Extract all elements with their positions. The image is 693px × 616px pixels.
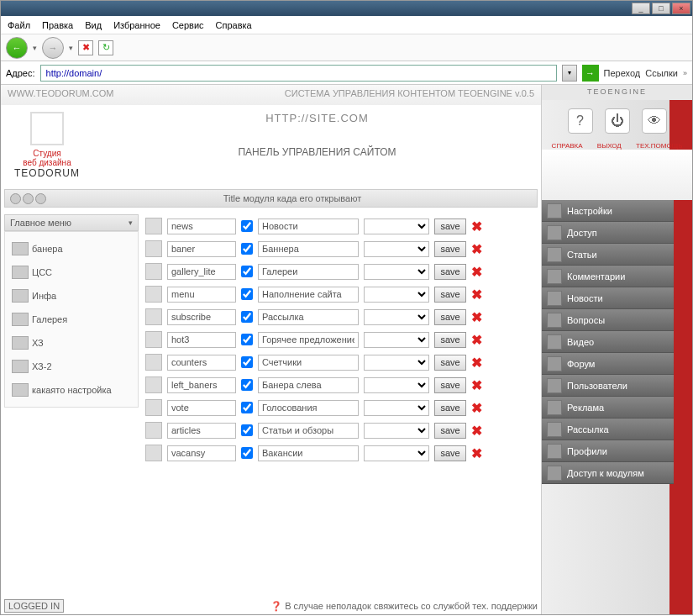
sidebar-item-6[interactable]: какаято настройка — [10, 378, 133, 402]
row-save-button[interactable]: save — [434, 377, 466, 393]
row-select[interactable] — [364, 355, 429, 371]
menu-service[interactable]: Сервис — [172, 20, 204, 30]
support-button[interactable]: 👁 — [642, 108, 667, 134]
row-label-input[interactable] — [258, 241, 359, 257]
window-maximize-button[interactable]: □ — [652, 3, 670, 14]
row-delete-icon[interactable]: ✖ — [471, 287, 482, 303]
row-select[interactable] — [364, 423, 429, 439]
sidebar-item-2[interactable]: Инфа — [10, 284, 133, 308]
row-code-input[interactable] — [167, 423, 236, 439]
row-enable-checkbox[interactable] — [241, 334, 253, 345]
row-label-input[interactable] — [258, 400, 359, 416]
panel-btn-3[interactable] — [35, 193, 46, 204]
menu-favorites[interactable]: Избранное — [113, 20, 160, 30]
row-delete-icon[interactable]: ✖ — [471, 400, 482, 416]
menu-file[interactable]: Файл — [8, 20, 30, 30]
right-menu-item-3[interactable]: Комментарии — [542, 266, 674, 287]
row-delete-icon[interactable]: ✖ — [471, 445, 482, 461]
row-delete-icon[interactable]: ✖ — [471, 423, 482, 439]
row-enable-checkbox[interactable] — [241, 402, 253, 413]
right-menu-item-0[interactable]: Настройки — [542, 200, 674, 222]
stop-icon[interactable]: ✖ — [78, 40, 93, 55]
right-menu-item-11[interactable]: Профили — [542, 440, 674, 462]
row-enable-checkbox[interactable] — [241, 356, 253, 368]
row-code-input[interactable] — [167, 309, 236, 325]
row-select[interactable] — [364, 332, 429, 348]
row-select[interactable] — [364, 445, 429, 461]
row-select[interactable] — [364, 287, 429, 303]
row-delete-icon[interactable]: ✖ — [471, 309, 482, 325]
row-save-button[interactable]: save — [434, 264, 466, 280]
row-label-input[interactable] — [258, 332, 359, 348]
row-enable-checkbox[interactable] — [241, 220, 253, 232]
row-select[interactable] — [364, 264, 429, 280]
right-menu-item-10[interactable]: Рассылка — [542, 419, 674, 440]
row-code-input[interactable] — [167, 264, 236, 280]
sidebar-item-1[interactable]: ЦСС — [10, 261, 133, 284]
right-menu-item-1[interactable]: Доступ — [542, 222, 674, 244]
row-enable-checkbox[interactable] — [241, 447, 253, 459]
right-menu-item-2[interactable]: Статьи — [542, 244, 674, 266]
row-code-input[interactable] — [167, 332, 236, 348]
back-dropdown-icon[interactable]: ▾ — [33, 44, 37, 52]
row-label-input[interactable] — [258, 309, 359, 325]
row-label-input[interactable] — [258, 287, 359, 303]
row-enable-checkbox[interactable] — [241, 266, 253, 277]
row-save-button[interactable]: save — [434, 241, 466, 257]
row-save-button[interactable]: save — [434, 445, 466, 461]
row-save-button[interactable]: save — [434, 309, 466, 325]
nav-forward-button[interactable]: → — [42, 37, 64, 59]
menu-help[interactable]: Справка — [216, 20, 252, 30]
logout-button[interactable]: ⏻ — [605, 108, 630, 134]
row-delete-icon[interactable]: ✖ — [471, 332, 482, 348]
row-save-button[interactable]: save — [434, 287, 466, 303]
row-save-button[interactable]: save — [434, 355, 466, 371]
address-dropdown-button[interactable]: ▾ — [562, 65, 577, 82]
sidebar-item-3[interactable]: Галерея — [10, 308, 133, 331]
row-label-input[interactable] — [258, 355, 359, 371]
row-select[interactable] — [364, 309, 429, 325]
window-close-button[interactable]: × — [672, 3, 690, 14]
row-delete-icon[interactable]: ✖ — [471, 355, 482, 371]
help-button[interactable]: ? — [568, 108, 593, 134]
row-label-input[interactable] — [258, 445, 359, 461]
row-select[interactable] — [364, 400, 429, 416]
row-code-input[interactable] — [167, 241, 236, 257]
menu-edit[interactable]: Правка — [42, 20, 73, 30]
menu-view[interactable]: Вид — [85, 20, 102, 30]
row-enable-checkbox[interactable] — [241, 311, 253, 323]
right-menu-item-8[interactable]: Пользователи — [542, 375, 674, 397]
row-save-button[interactable]: save — [434, 400, 466, 416]
sidebar-item-5[interactable]: ХЗ-2 — [10, 355, 133, 378]
row-label-input[interactable] — [258, 377, 359, 393]
row-code-input[interactable] — [167, 218, 236, 234]
sidebar-item-0[interactable]: банера — [10, 237, 133, 261]
nav-back-button[interactable]: ← — [6, 37, 28, 59]
row-delete-icon[interactable]: ✖ — [471, 241, 482, 257]
row-select[interactable] — [364, 241, 429, 257]
row-delete-icon[interactable]: ✖ — [471, 264, 482, 280]
row-save-button[interactable]: save — [434, 218, 466, 234]
row-code-input[interactable] — [167, 355, 236, 371]
address-input[interactable] — [40, 65, 557, 82]
window-minimize-button[interactable]: _ — [632, 3, 650, 14]
row-code-input[interactable] — [167, 400, 236, 416]
panel-btn-1[interactable] — [10, 193, 21, 204]
fwd-dropdown-icon[interactable]: ▾ — [69, 44, 73, 52]
links-label[interactable]: Ссылки — [645, 68, 678, 78]
right-menu-item-9[interactable]: Реклама — [542, 397, 674, 419]
right-menu-item-4[interactable]: Новости — [542, 287, 674, 309]
row-delete-icon[interactable]: ✖ — [471, 218, 482, 234]
row-label-input[interactable] — [258, 264, 359, 280]
row-enable-checkbox[interactable] — [241, 379, 253, 391]
go-button[interactable]: → — [582, 65, 599, 82]
sidebar-title[interactable]: Главное меню ▾ — [4, 214, 139, 231]
refresh-icon[interactable]: ↻ — [98, 40, 113, 55]
sidebar-item-4[interactable]: ХЗ — [10, 331, 133, 355]
links-chevron-icon[interactable]: » — [683, 69, 687, 77]
row-code-input[interactable] — [167, 377, 236, 393]
right-menu-item-5[interactable]: Вопросы — [542, 309, 674, 331]
row-enable-checkbox[interactable] — [241, 288, 253, 300]
row-label-input[interactable] — [258, 218, 359, 234]
row-enable-checkbox[interactable] — [241, 243, 253, 255]
